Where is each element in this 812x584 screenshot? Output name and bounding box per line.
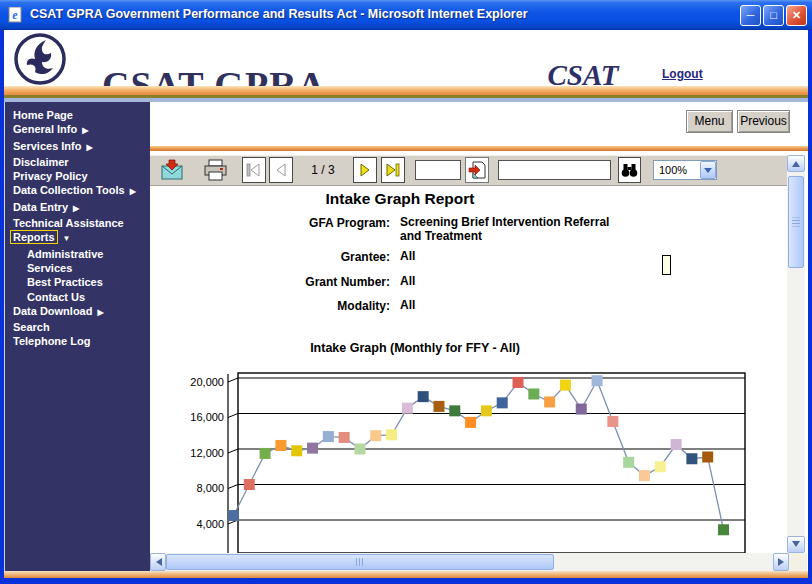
field-label: GFA Program: [150, 216, 390, 230]
logout-link[interactable]: Logout [662, 67, 703, 81]
chart-marker [544, 396, 555, 407]
chart-marker [576, 404, 587, 415]
goto-page-button[interactable] [465, 157, 489, 183]
menu-button[interactable]: Menu [686, 110, 733, 133]
field-label: Modality: [150, 299, 390, 313]
sidebar-item-data-download[interactable]: Data Download▶ [5, 304, 150, 320]
orange-separator [150, 146, 808, 151]
gold-band-bottom [4, 571, 808, 578]
sidebar-item-data-entry[interactable]: Data Entry▶ [5, 200, 150, 216]
window-border-bottom [0, 578, 812, 584]
scroll-down-button[interactable] [787, 536, 805, 553]
zoom-dropdown-icon[interactable] [700, 161, 716, 179]
sidebar-item-services-info[interactable]: Services Info▶ [5, 139, 150, 155]
chart-marker [639, 470, 650, 481]
first-page-icon [246, 162, 262, 178]
sidebar-item-technical-assistance[interactable]: Technical Assistance [5, 216, 150, 230]
report-viewer-toolbar: 1 / 3 [150, 155, 787, 186]
csat-logo-acronym: CSAT [540, 62, 626, 88]
chart-marker [513, 377, 524, 388]
chart-marker [291, 445, 302, 456]
goto-page-icon [468, 161, 486, 179]
sidebar-item-administrative[interactable]: Administrative [5, 247, 150, 261]
field-value: Screening Brief Intervention Referral an… [400, 216, 618, 243]
sidebar-item-label: Disclaimer [13, 156, 69, 168]
previous-page-button[interactable] [269, 157, 293, 183]
sidebar-item-contact-us[interactable]: Contact Us [5, 290, 150, 304]
sidebar-item-label: Reports [10, 230, 58, 244]
sidebar-item-best-practices[interactable]: Best Practices [5, 275, 150, 289]
print-icon[interactable] [203, 159, 228, 181]
sidebar-item-label: General Info [13, 123, 77, 135]
tooltip-cream-box [662, 255, 671, 275]
sidebar-item-home-page[interactable]: Home Page [5, 108, 150, 122]
field-value: All [400, 275, 618, 289]
vertical-scrollbar[interactable] [787, 155, 805, 553]
chart-marker [433, 401, 444, 412]
sidebar-item-label: Services [27, 262, 72, 274]
chevron-right-icon: ▶ [82, 126, 88, 135]
sidebar-item-reports[interactable]: Reports▼ [5, 230, 150, 246]
last-page-button[interactable] [381, 157, 405, 183]
chart-marker [592, 375, 603, 386]
sidebar-item-disclaimer[interactable]: Disclaimer [5, 155, 150, 169]
chart-marker [275, 440, 286, 451]
sidebar-item-label: Best Practices [27, 276, 103, 288]
chart-ytick-label: 12,000 [190, 447, 224, 459]
sidebar-item-search[interactable]: Search [5, 320, 150, 334]
field-value: All [400, 299, 618, 313]
sidebar-item-privacy-policy[interactable]: Privacy Policy [5, 169, 150, 183]
chart-ytick-label: 16,000 [190, 411, 224, 423]
chart-marker [307, 443, 318, 454]
export-icon[interactable] [160, 159, 184, 181]
horizontal-scroll-thumb[interactable] [166, 554, 554, 570]
scroll-right-button[interactable] [773, 553, 789, 571]
previous-button[interactable]: Previous [737, 110, 790, 133]
chart-ytick-label: 4,000 [196, 518, 224, 530]
chart-axis-tick [228, 449, 238, 453]
vertical-scroll-thumb[interactable] [788, 176, 804, 268]
scrollbar-corner [789, 553, 807, 571]
minimize-button[interactable]: ─ [740, 5, 761, 26]
chart-marker [623, 457, 634, 468]
page-header: CSAT GPRA Government Performance and Res… [4, 30, 808, 86]
zoom-select[interactable]: 100% [653, 160, 717, 180]
scroll-left-button[interactable] [150, 553, 166, 571]
chart-marker [481, 405, 492, 416]
sidebar-item-label: Home Page [13, 109, 73, 121]
last-page-icon [385, 162, 401, 178]
chart-ytick-label: 20,000 [190, 376, 224, 388]
chart-axis-tick [228, 378, 238, 382]
sidebar-item-label: Privacy Policy [13, 170, 88, 182]
maximize-button[interactable]: □ [763, 5, 784, 26]
chart-axis-tick [228, 414, 238, 418]
sidebar-item-data-collection-tools[interactable]: Data Collection Tools▶ [5, 183, 150, 199]
chevron-right-icon: ▶ [97, 308, 103, 317]
chart-ytick-label: 8,000 [196, 482, 224, 494]
horizontal-scrollbar[interactable] [150, 553, 789, 571]
chart-marker [702, 451, 713, 462]
next-page-button[interactable] [353, 157, 377, 183]
scroll-up-button[interactable] [787, 155, 805, 172]
field-label: Grant Number: [150, 275, 390, 289]
search-button[interactable] [618, 157, 641, 183]
goto-page-input[interactable] [415, 160, 461, 180]
first-page-button[interactable] [242, 157, 266, 183]
chart-marker [497, 397, 508, 408]
chart-marker [260, 448, 271, 459]
chart-marker [339, 432, 350, 443]
svg-text:e: e [12, 8, 18, 22]
chevron-right-icon: ▶ [86, 143, 92, 152]
report-title: Intake Graph Report [150, 190, 650, 208]
search-input[interactable] [498, 160, 611, 180]
gold-band-top [4, 86, 808, 95]
zoom-value: 100% [654, 164, 700, 176]
intake-graph-chart: 20,00016,00012,0008,0004,000 [150, 338, 787, 570]
sidebar-item-general-info[interactable]: General Info▶ [5, 122, 150, 138]
chart-line [234, 381, 724, 530]
sidebar-item-services[interactable]: Services [5, 261, 150, 275]
chart-marker [386, 429, 397, 440]
sidebar-item-telephone-log[interactable]: Telephone Log [5, 334, 150, 348]
sidebar-item-label: Data Entry [13, 201, 68, 213]
close-button[interactable]: ✕ [786, 5, 807, 26]
